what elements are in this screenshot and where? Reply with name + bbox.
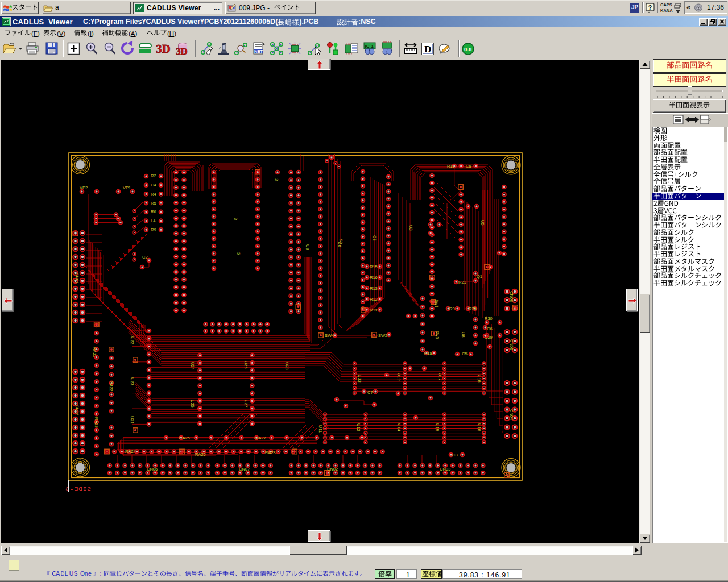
svg-text:RA22: RA22 <box>109 381 114 392</box>
svg-text:SW2: SW2 <box>378 333 387 338</box>
svg-text:A: A <box>56 571 60 577</box>
svg-text:U23: U23 <box>130 377 135 385</box>
svg-text:U14: U14 <box>396 423 402 431</box>
svg-text:U27: U27 <box>243 400 249 408</box>
svg-text:U12: U12 <box>356 423 361 431</box>
svg-text:R21: R21 <box>458 280 466 285</box>
svg-text:R11: R11 <box>370 307 377 313</box>
svg-text:CN02: CN02 <box>327 467 338 472</box>
svg-text:e: e <box>88 571 92 577</box>
svg-text:C3: C3 <box>452 452 458 458</box>
svg-text:5: 5 <box>236 252 241 255</box>
svg-text:S: S <box>74 571 78 577</box>
svg-text:D: D <box>424 44 431 55</box>
svg-text:R15: R15 <box>370 264 378 269</box>
svg-text:R5: R5 <box>151 201 156 206</box>
svg-text:R9: R9 <box>449 306 455 311</box>
svg-text:3: 3 <box>274 178 279 181</box>
svg-text:C6: C6 <box>487 326 493 331</box>
svg-text:?: ? <box>648 4 652 11</box>
svg-text:RA27: RA27 <box>255 435 266 440</box>
svg-text:R16: R16 <box>370 275 378 280</box>
svg-text:R13: R13 <box>370 286 378 291</box>
svg-text:CN03: CN03 <box>440 467 450 472</box>
svg-text:CN07: CN07 <box>239 467 250 472</box>
svg-text:VP2: VP2 <box>80 185 88 190</box>
svg-text:R6: R6 <box>151 209 156 214</box>
svg-text:C2: C2 <box>142 255 148 260</box>
svg-text:NET: NET <box>254 49 263 54</box>
svg-text::: : <box>100 571 101 577</box>
svg-text:L4: L4 <box>151 218 155 223</box>
svg-text:C4: C4 <box>151 182 156 188</box>
svg-text:3D: 3D <box>156 42 171 56</box>
svg-text:RA26: RA26 <box>195 452 206 457</box>
svg-text:3D: 3D <box>176 46 188 56</box>
svg-text:U11: U11 <box>318 425 323 433</box>
svg-text:n: n <box>85 571 88 577</box>
svg-text:U26: U26 <box>243 361 249 369</box>
svg-text:SW3: SW3 <box>435 331 439 339</box>
svg-text:U21: U21 <box>130 416 135 424</box>
svg-text:CN05: CN05 <box>75 405 80 415</box>
svg-text:U16: U16 <box>477 423 482 431</box>
svg-text:C8: C8 <box>466 164 471 169</box>
svg-text:CN08: CN08 <box>509 291 514 302</box>
svg-text:R18: R18 <box>424 351 432 356</box>
svg-text:SW4: SW4 <box>325 333 334 338</box>
svg-text:U22: U22 <box>130 336 135 344</box>
svg-text:R9: R9 <box>151 227 156 232</box>
svg-text:C7: C7 <box>367 390 373 395</box>
svg-text:S3: S3 <box>338 239 344 244</box>
svg-text:U25: U25 <box>190 400 195 408</box>
svg-text:U: U <box>69 571 74 577</box>
svg-text:U33: U33 <box>357 375 362 383</box>
svg-text:U9: U9 <box>305 244 310 250</box>
svg-text:IC-1: IC-1 <box>365 44 374 49</box>
svg-text:U28: U28 <box>284 362 289 370</box>
svg-text:U5: U5 <box>480 220 485 226</box>
svg-text:Q1: Q1 <box>477 274 482 279</box>
svg-text:U15: U15 <box>435 423 440 431</box>
svg-text:U19: U19 <box>396 373 402 381</box>
svg-text:RA21: RA21 <box>92 347 97 357</box>
svg-text:O: O <box>80 571 85 577</box>
svg-text:R30: R30 <box>485 316 493 321</box>
svg-text:R4: R4 <box>151 192 156 197</box>
svg-text:R2: R2 <box>151 173 156 178</box>
svg-text:RA25: RA25 <box>179 435 190 440</box>
svg-text:L: L <box>65 571 68 577</box>
svg-text:U8: U8 <box>461 332 466 338</box>
svg-text:SW1: SW1 <box>435 300 439 307</box>
svg-text:3: 3 <box>233 218 238 220</box>
svg-text:U3: U3 <box>408 225 413 231</box>
svg-text:U17: U17 <box>437 373 442 381</box>
svg-text:RA23: RA23 <box>94 417 99 428</box>
svg-text:U18: U18 <box>477 375 482 383</box>
svg-text:R19: R19 <box>447 164 455 169</box>
svg-text:C3: C3 <box>372 235 377 241</box>
svg-text:RA24: RA24 <box>125 449 136 454</box>
svg-text:0.8: 0.8 <box>464 46 471 52</box>
svg-text:C5: C5 <box>462 351 468 356</box>
svg-text:CN09: CN09 <box>509 339 514 350</box>
svg-text:R29: R29 <box>469 306 477 311</box>
svg-text:R12: R12 <box>370 297 378 302</box>
svg-text:CN01: CN01 <box>75 273 80 284</box>
svg-text:CN06: CN06 <box>147 467 158 472</box>
svg-text:CN04: CN04 <box>509 409 514 420</box>
svg-text:VP1: VP1 <box>123 185 131 190</box>
svg-text:RA28: RA28 <box>265 450 276 455</box>
svg-text:U24: U24 <box>190 362 195 370</box>
